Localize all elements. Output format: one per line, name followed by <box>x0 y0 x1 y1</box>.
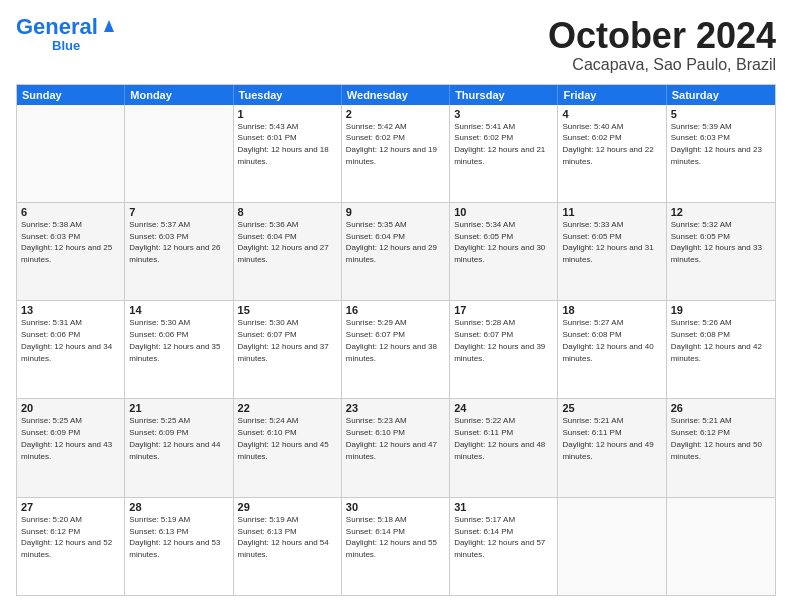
day-number: 23 <box>346 402 445 414</box>
day-info: Sunrise: 5:18 AM Sunset: 6:14 PM Dayligh… <box>346 515 437 559</box>
cal-cell-9: 9Sunrise: 5:35 AM Sunset: 6:04 PM Daylig… <box>342 203 450 300</box>
day-number: 24 <box>454 402 553 414</box>
cal-cell-15: 15Sunrise: 5:30 AM Sunset: 6:07 PM Dayli… <box>234 301 342 398</box>
cal-cell-28: 28Sunrise: 5:19 AM Sunset: 6:13 PM Dayli… <box>125 498 233 595</box>
day-number: 21 <box>129 402 228 414</box>
header: General Blue October 2024 Cacapava, Sao … <box>16 16 776 74</box>
day-number: 16 <box>346 304 445 316</box>
cal-cell-2: 2Sunrise: 5:42 AM Sunset: 6:02 PM Daylig… <box>342 105 450 202</box>
day-info: Sunrise: 5:31 AM Sunset: 6:06 PM Dayligh… <box>21 318 112 362</box>
cal-cell-24: 24Sunrise: 5:22 AM Sunset: 6:11 PM Dayli… <box>450 399 558 496</box>
day-number: 7 <box>129 206 228 218</box>
cal-cell-30: 30Sunrise: 5:18 AM Sunset: 6:14 PM Dayli… <box>342 498 450 595</box>
day-number: 12 <box>671 206 771 218</box>
calendar-header: SundayMondayTuesdayWednesdayThursdayFrid… <box>17 85 775 105</box>
day-number: 25 <box>562 402 661 414</box>
cal-cell-16: 16Sunrise: 5:29 AM Sunset: 6:07 PM Dayli… <box>342 301 450 398</box>
cal-cell-31: 31Sunrise: 5:17 AM Sunset: 6:14 PM Dayli… <box>450 498 558 595</box>
day-info: Sunrise: 5:19 AM Sunset: 6:13 PM Dayligh… <box>238 515 329 559</box>
cal-row-0: 1Sunrise: 5:43 AM Sunset: 6:01 PM Daylig… <box>17 105 775 203</box>
day-info: Sunrise: 5:38 AM Sunset: 6:03 PM Dayligh… <box>21 220 112 264</box>
logo: General Blue <box>16 16 118 53</box>
col-header-tuesday: Tuesday <box>234 85 342 105</box>
cal-cell-20: 20Sunrise: 5:25 AM Sunset: 6:09 PM Dayli… <box>17 399 125 496</box>
calendar-body: 1Sunrise: 5:43 AM Sunset: 6:01 PM Daylig… <box>17 105 775 595</box>
cal-cell-22: 22Sunrise: 5:24 AM Sunset: 6:10 PM Dayli… <box>234 399 342 496</box>
cal-cell-19: 19Sunrise: 5:26 AM Sunset: 6:08 PM Dayli… <box>667 301 775 398</box>
day-info: Sunrise: 5:27 AM Sunset: 6:08 PM Dayligh… <box>562 318 653 362</box>
day-info: Sunrise: 5:25 AM Sunset: 6:09 PM Dayligh… <box>21 416 112 460</box>
day-number: 27 <box>21 501 120 513</box>
col-header-thursday: Thursday <box>450 85 558 105</box>
day-info: Sunrise: 5:34 AM Sunset: 6:05 PM Dayligh… <box>454 220 545 264</box>
cal-cell-29: 29Sunrise: 5:19 AM Sunset: 6:13 PM Dayli… <box>234 498 342 595</box>
day-number: 15 <box>238 304 337 316</box>
day-number: 14 <box>129 304 228 316</box>
day-number: 17 <box>454 304 553 316</box>
day-number: 9 <box>346 206 445 218</box>
day-number: 20 <box>21 402 120 414</box>
cal-cell-7: 7Sunrise: 5:37 AM Sunset: 6:03 PM Daylig… <box>125 203 233 300</box>
day-number: 22 <box>238 402 337 414</box>
col-header-saturday: Saturday <box>667 85 775 105</box>
day-info: Sunrise: 5:40 AM Sunset: 6:02 PM Dayligh… <box>562 122 653 166</box>
day-number: 6 <box>21 206 120 218</box>
day-info: Sunrise: 5:43 AM Sunset: 6:01 PM Dayligh… <box>238 122 329 166</box>
day-info: Sunrise: 5:19 AM Sunset: 6:13 PM Dayligh… <box>129 515 220 559</box>
day-info: Sunrise: 5:30 AM Sunset: 6:07 PM Dayligh… <box>238 318 329 362</box>
day-number: 19 <box>671 304 771 316</box>
col-header-wednesday: Wednesday <box>342 85 450 105</box>
day-number: 11 <box>562 206 661 218</box>
title-block: October 2024 Cacapava, Sao Paulo, Brazil <box>548 16 776 74</box>
logo-text-general: General <box>16 16 98 38</box>
main-title: October 2024 <box>548 16 776 56</box>
day-info: Sunrise: 5:39 AM Sunset: 6:03 PM Dayligh… <box>671 122 762 166</box>
day-info: Sunrise: 5:29 AM Sunset: 6:07 PM Dayligh… <box>346 318 437 362</box>
cal-cell-11: 11Sunrise: 5:33 AM Sunset: 6:05 PM Dayli… <box>558 203 666 300</box>
logo-icon <box>100 16 118 34</box>
day-info: Sunrise: 5:17 AM Sunset: 6:14 PM Dayligh… <box>454 515 545 559</box>
day-info: Sunrise: 5:23 AM Sunset: 6:10 PM Dayligh… <box>346 416 437 460</box>
cal-cell-12: 12Sunrise: 5:32 AM Sunset: 6:05 PM Dayli… <box>667 203 775 300</box>
day-number: 10 <box>454 206 553 218</box>
col-header-monday: Monday <box>125 85 233 105</box>
cal-cell-1: 1Sunrise: 5:43 AM Sunset: 6:01 PM Daylig… <box>234 105 342 202</box>
cal-cell-3: 3Sunrise: 5:41 AM Sunset: 6:02 PM Daylig… <box>450 105 558 202</box>
cal-cell-26: 26Sunrise: 5:21 AM Sunset: 6:12 PM Dayli… <box>667 399 775 496</box>
day-info: Sunrise: 5:32 AM Sunset: 6:05 PM Dayligh… <box>671 220 762 264</box>
day-info: Sunrise: 5:36 AM Sunset: 6:04 PM Dayligh… <box>238 220 329 264</box>
day-number: 4 <box>562 108 661 120</box>
logo-text-blue: Blue <box>52 38 80 53</box>
day-info: Sunrise: 5:25 AM Sunset: 6:09 PM Dayligh… <box>129 416 220 460</box>
day-info: Sunrise: 5:21 AM Sunset: 6:11 PM Dayligh… <box>562 416 653 460</box>
day-info: Sunrise: 5:24 AM Sunset: 6:10 PM Dayligh… <box>238 416 329 460</box>
day-number: 28 <box>129 501 228 513</box>
day-info: Sunrise: 5:30 AM Sunset: 6:06 PM Dayligh… <box>129 318 220 362</box>
day-info: Sunrise: 5:37 AM Sunset: 6:03 PM Dayligh… <box>129 220 220 264</box>
cal-cell-21: 21Sunrise: 5:25 AM Sunset: 6:09 PM Dayli… <box>125 399 233 496</box>
day-number: 5 <box>671 108 771 120</box>
svg-marker-0 <box>104 20 114 32</box>
day-info: Sunrise: 5:41 AM Sunset: 6:02 PM Dayligh… <box>454 122 545 166</box>
day-info: Sunrise: 5:21 AM Sunset: 6:12 PM Dayligh… <box>671 416 762 460</box>
page: General Blue October 2024 Cacapava, Sao … <box>0 0 792 612</box>
day-number: 31 <box>454 501 553 513</box>
day-info: Sunrise: 5:35 AM Sunset: 6:04 PM Dayligh… <box>346 220 437 264</box>
day-number: 2 <box>346 108 445 120</box>
day-info: Sunrise: 5:26 AM Sunset: 6:08 PM Dayligh… <box>671 318 762 362</box>
cal-row-1: 6Sunrise: 5:38 AM Sunset: 6:03 PM Daylig… <box>17 203 775 301</box>
day-number: 3 <box>454 108 553 120</box>
cal-cell-8: 8Sunrise: 5:36 AM Sunset: 6:04 PM Daylig… <box>234 203 342 300</box>
day-number: 13 <box>21 304 120 316</box>
day-info: Sunrise: 5:20 AM Sunset: 6:12 PM Dayligh… <box>21 515 112 559</box>
cal-cell-17: 17Sunrise: 5:28 AM Sunset: 6:07 PM Dayli… <box>450 301 558 398</box>
cal-cell-14: 14Sunrise: 5:30 AM Sunset: 6:06 PM Dayli… <box>125 301 233 398</box>
day-number: 29 <box>238 501 337 513</box>
day-number: 26 <box>671 402 771 414</box>
day-info: Sunrise: 5:33 AM Sunset: 6:05 PM Dayligh… <box>562 220 653 264</box>
cal-cell-4: 4Sunrise: 5:40 AM Sunset: 6:02 PM Daylig… <box>558 105 666 202</box>
day-number: 8 <box>238 206 337 218</box>
day-number: 1 <box>238 108 337 120</box>
day-number: 30 <box>346 501 445 513</box>
day-number: 18 <box>562 304 661 316</box>
